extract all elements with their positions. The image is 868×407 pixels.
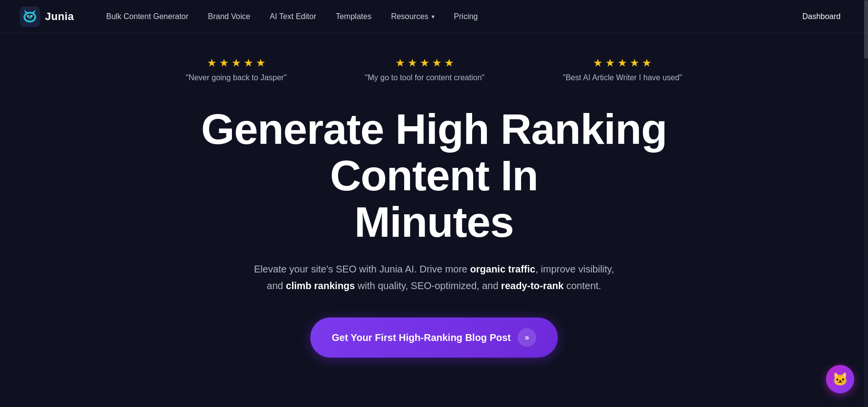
chat-widget-icon: 🐱 bbox=[832, 372, 848, 387]
review-2-text: "My go to tool for content creation" bbox=[365, 73, 484, 82]
navbar: Junia Bulk Content Generator Brand Voice… bbox=[0, 0, 868, 33]
stars-2: ★ ★ ★ ★ ★ bbox=[395, 57, 454, 69]
review-2: ★ ★ ★ ★ ★ "My go to tool for content cre… bbox=[365, 57, 484, 82]
review-1-text: "Never going back to Jasper" bbox=[186, 73, 287, 82]
scrollbar-thumb[interactable] bbox=[864, 0, 868, 59]
review-3-text: "Best AI Article Writer I have used" bbox=[563, 73, 682, 82]
star-icon: ★ bbox=[617, 57, 627, 69]
hero-heading: Generate High Ranking Content InMinutes bbox=[165, 106, 703, 245]
reviews-row: ★ ★ ★ ★ ★ "Never going back to Jasper" ★… bbox=[186, 57, 683, 82]
star-icon: ★ bbox=[630, 57, 640, 69]
cta-button[interactable]: Get Your First High-Ranking Blog Post » bbox=[310, 317, 558, 358]
svg-point-9 bbox=[32, 16, 33, 17]
star-icon: ★ bbox=[420, 57, 430, 69]
main-content: ★ ★ ★ ★ ★ "Never going back to Jasper" ★… bbox=[0, 33, 868, 358]
cta-arrow-icon: » bbox=[518, 328, 536, 347]
nav-ai-text-editor[interactable]: AI Text Editor bbox=[262, 8, 324, 25]
star-icon: ★ bbox=[593, 57, 603, 69]
stars-1: ★ ★ ★ ★ ★ bbox=[207, 57, 266, 69]
star-icon: ★ bbox=[444, 57, 454, 69]
star-icon: ★ bbox=[256, 57, 266, 69]
review-3: ★ ★ ★ ★ ★ "Best AI Article Writer I have… bbox=[563, 57, 682, 82]
star-icon: ★ bbox=[408, 57, 417, 69]
star-icon: ★ bbox=[642, 57, 652, 69]
chat-widget[interactable]: 🐱 bbox=[826, 365, 854, 393]
review-1: ★ ★ ★ ★ ★ "Never going back to Jasper" bbox=[186, 57, 287, 82]
logo-text: Junia bbox=[45, 10, 74, 23]
star-icon: ★ bbox=[432, 57, 442, 69]
nav-templates[interactable]: Templates bbox=[328, 8, 379, 25]
star-icon: ★ bbox=[395, 57, 405, 69]
nav-links: Bulk Content Generator Brand Voice AI Te… bbox=[98, 8, 795, 25]
nav-resources[interactable]: Resources ▾ bbox=[383, 8, 442, 25]
stars-3: ★ ★ ★ ★ ★ bbox=[593, 57, 652, 69]
nav-pricing[interactable]: Pricing bbox=[446, 8, 486, 25]
star-icon: ★ bbox=[219, 57, 229, 69]
star-icon: ★ bbox=[244, 57, 253, 69]
logo[interactable]: Junia bbox=[20, 6, 74, 27]
star-icon: ★ bbox=[231, 57, 241, 69]
resources-chevron-down-icon: ▾ bbox=[432, 13, 434, 20]
scrollbar-track[interactable] bbox=[864, 0, 868, 407]
nav-brand-voice[interactable]: Brand Voice bbox=[200, 8, 258, 25]
dashboard-link[interactable]: Dashboard bbox=[795, 8, 848, 25]
star-icon: ★ bbox=[605, 57, 615, 69]
star-icon: ★ bbox=[207, 57, 217, 69]
svg-point-8 bbox=[28, 16, 29, 17]
nav-bulk-content-generator[interactable]: Bulk Content Generator bbox=[98, 8, 196, 25]
cta-label: Get Your First High-Ranking Blog Post bbox=[332, 332, 511, 343]
hero-subtext: Elevate your site's SEO with Junia AI. D… bbox=[253, 261, 615, 294]
